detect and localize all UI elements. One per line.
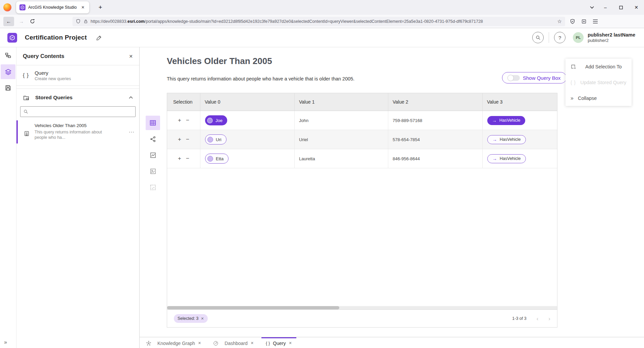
query-result-title: Vehicles Older Than 2005 (167, 56, 272, 66)
stored-queries-header[interactable]: Stored Queries (16, 89, 139, 106)
shield-icon[interactable] (76, 19, 81, 24)
panel-title: Query Contents (23, 53, 64, 59)
query-contents-panel: Query Contents ✕ { } Query Create new qu… (16, 47, 140, 348)
table-row[interactable]: + − Uri Uriel 578-654-7854 (167, 130, 557, 149)
save-to-library-icon[interactable] (581, 19, 587, 24)
menu-item-add-selection-to[interactable]: Add Selection To (565, 59, 632, 74)
query-item-subtitle: Create new queries (35, 76, 71, 81)
tab-label: Dashboard (225, 341, 248, 346)
pagination-prev-button[interactable]: ‹ (537, 316, 539, 322)
tab-knowledge-graph[interactable]: Knowledge Graph ✕ (142, 337, 205, 348)
url-text[interactable]: https://dev0028833.esri.com/portal/apps/… (91, 19, 555, 24)
entity-pill-selected[interactable]: Joe (205, 115, 227, 125)
content-tab-bar: Knowledge Graph ✕ Dashboard ✕ { } Query … (140, 337, 644, 348)
relationship-pill[interactable]: → HasVehicle (487, 135, 526, 144)
table-row[interactable]: + − Etta Lauretta 846-956-8644 (167, 149, 557, 168)
expand-rail-chevrons-icon[interactable]: » (4, 339, 7, 345)
column-header-value0[interactable]: Value 0 (200, 93, 295, 111)
braces-icon: { } (23, 72, 29, 78)
show-query-box-toggle[interactable]: Show Query Box (502, 72, 566, 83)
tab-close-icon[interactable]: ✕ (251, 341, 254, 345)
table-view-button[interactable] (146, 116, 160, 130)
query-item[interactable]: { } Query Create new queries (16, 65, 139, 86)
row-remove-button[interactable]: − (186, 136, 189, 143)
entity-label: Joe (215, 118, 222, 123)
url-bar[interactable]: https://dev0028833.esri.com/portal/apps/… (72, 17, 565, 26)
tab-close-icon[interactable]: ✕ (80, 4, 86, 10)
reload-button[interactable] (30, 19, 35, 24)
browser-tab-strip: ArcGIS Knowledge Studio ✕ + – ✕ (0, 0, 644, 15)
protection-shield-icon[interactable] (570, 19, 575, 24)
row-add-button[interactable]: + (178, 117, 181, 124)
link-chart-view-button[interactable] (146, 132, 160, 146)
menu-item-collapse[interactable]: » Collapse (565, 90, 632, 106)
tab-dashboard[interactable]: Dashboard ✕ (209, 337, 258, 348)
relationship-pill-selected[interactable]: → HasVehicle (487, 116, 525, 125)
tab-label: Knowledge Graph (157, 341, 195, 346)
map-view-button[interactable] (146, 164, 160, 178)
menu-label: Add Selection To (585, 64, 622, 69)
cell-value1: Lauretta (295, 149, 388, 168)
forward-button[interactable]: → (19, 18, 24, 24)
row-remove-button[interactable]: − (186, 155, 189, 162)
user-info[interactable]: publisher2 lastName publisher2 (588, 32, 635, 43)
browser-tab-active[interactable]: ArcGIS Knowledge Studio ✕ (16, 1, 89, 13)
user-avatar[interactable]: PL (573, 32, 584, 43)
back-button[interactable]: ← (3, 17, 14, 26)
selected-count-chip[interactable]: Selected: 3 ✕ (174, 314, 208, 323)
rail-item-data-model[interactable] (1, 48, 15, 63)
row-remove-button[interactable]: − (186, 117, 189, 124)
column-header-selection[interactable]: Selection (167, 93, 200, 111)
tab-close-icon[interactable]: ✕ (289, 341, 292, 345)
relationship-pill[interactable]: → HasVehicle (487, 154, 526, 163)
search-button[interactable] (532, 32, 544, 43)
collapse-section-chevron-icon[interactable] (129, 96, 133, 99)
menu-item-update-stored-query[interactable]: { } Update Stored Query (565, 74, 632, 90)
results-table-card: Selection Value 0 Value 1 Value 2 Value … (167, 93, 557, 328)
entity-label: Etta (216, 156, 224, 161)
stored-query-item-selected[interactable]: Vehicles Older Than 2005 This query retu… (16, 120, 139, 143)
window-maximize-button[interactable] (613, 0, 629, 15)
column-header-value3[interactable]: Value 3 (483, 93, 557, 111)
header-right: ? PL publisher2 lastName publisher2 (532, 32, 644, 43)
pagination-next-button[interactable]: › (548, 316, 550, 322)
table-row[interactable]: + − Joe John 759-889-57168 (167, 111, 557, 130)
selection-tools-button[interactable] (146, 180, 160, 194)
tab-query-active[interactable]: { } Query ✕ (261, 337, 296, 348)
left-rail: » (0, 47, 16, 348)
column-header-value1[interactable]: Value 1 (295, 93, 388, 111)
row-add-button[interactable]: + (178, 136, 181, 143)
horizontal-scrollbar[interactable] (167, 306, 557, 309)
stored-query-options-ellipsis-icon[interactable]: ··· (129, 129, 135, 134)
clear-selection-icon[interactable]: ✕ (201, 316, 204, 321)
panel-close-icon[interactable]: ✕ (129, 54, 133, 59)
show-query-box-label: Show Query Box (523, 75, 561, 81)
edit-pencil-icon[interactable] (96, 35, 102, 41)
rail-item-save[interactable] (1, 80, 15, 95)
column-header-value2[interactable]: Value 2 (388, 93, 483, 111)
selected-count-label: Selected: 3 (178, 316, 199, 321)
entity-pill[interactable]: Uri (205, 134, 227, 144)
relationship-arrow-icon: → (492, 118, 497, 123)
rail-item-contents[interactable] (1, 64, 15, 79)
window-minimize-button[interactable]: – (598, 0, 613, 15)
toggle-knob (507, 75, 514, 81)
window-close-button[interactable]: ✕ (629, 0, 644, 15)
hamburger-menu-icon[interactable] (593, 19, 598, 24)
list-all-tabs-chevron-icon[interactable] (586, 0, 598, 15)
entity-pill[interactable]: Etta (205, 154, 229, 164)
menu-label: Update Stored Query (580, 80, 626, 85)
bookmark-star-icon[interactable]: ☆ (557, 18, 562, 24)
new-tab-button[interactable]: + (95, 4, 105, 11)
toggle-switch-off[interactable] (508, 75, 520, 81)
row-add-button[interactable]: + (178, 155, 181, 162)
chart-view-button[interactable] (146, 148, 160, 162)
stored-queries-title: Stored Queries (35, 95, 72, 101)
scrollbar-thumb[interactable] (167, 306, 339, 309)
help-button[interactable]: ? (554, 32, 565, 43)
firefox-logo-icon[interactable] (3, 3, 11, 11)
lock-icon[interactable] (84, 19, 88, 24)
stored-queries-search[interactable] (20, 106, 136, 117)
stored-queries-search-input[interactable] (31, 107, 135, 117)
tab-close-icon[interactable]: ✕ (198, 341, 201, 345)
